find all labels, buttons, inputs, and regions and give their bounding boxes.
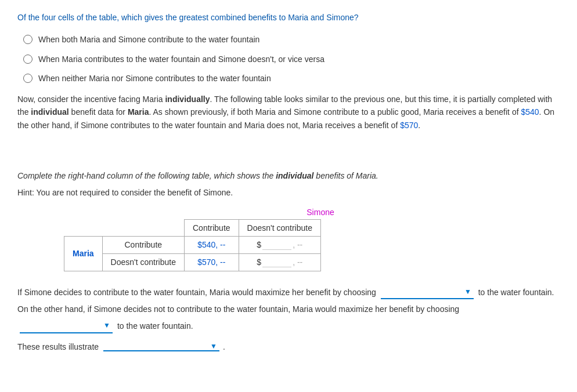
sentence3-period: .: [223, 342, 225, 351]
hint-text: Hint: You are not required to consider t…: [17, 188, 560, 197]
row1-col2-input[interactable]: [262, 240, 291, 250]
table-row-2: Doesn't contribute $570, -- $ , --: [64, 253, 321, 271]
sentence2-dropdown[interactable]: ▼: [20, 320, 113, 333]
row2-col1-value: $570, --: [197, 257, 225, 267]
row1-dollar-sign: $: [257, 240, 261, 249]
simone-label: Simone: [81, 208, 560, 217]
context-paragraph: Now, consider the incentive facing Maria…: [17, 93, 560, 132]
sentence2-line1: On the other hand, if Simone decides not…: [17, 302, 560, 317]
maria-label: Maria: [64, 236, 103, 271]
para-individual: individual: [31, 107, 68, 117]
para-part3: benefit data for: [69, 107, 128, 117]
sentence3-line: These results illustrate ▼ .: [17, 342, 560, 351]
sentence3-part1: These results illustrate: [17, 342, 99, 351]
radio-circle-1[interactable]: [23, 35, 33, 44]
radio-option-3[interactable]: When neither Maria nor Simone contribute…: [17, 73, 560, 85]
radio-label-2: When Maria contributes to the water foun…: [38, 54, 324, 66]
row2-label: Doesn't contribute: [102, 253, 184, 271]
sentence1-dropdown-text: [381, 291, 462, 293]
sentence2-line2: ▼ to the water fountain.: [17, 319, 560, 333]
sentence2-dropdown-text: [20, 325, 101, 327]
para-amount1: $540: [521, 107, 539, 117]
row1-label: Contribute: [102, 236, 184, 253]
sentence3-dropdown-text: [103, 345, 208, 347]
row2-dollar-sign: $: [257, 257, 261, 267]
radio-label-1: When both Maria and Simone contribute to…: [38, 34, 259, 46]
para-amount2: $570: [400, 121, 418, 130]
sentence2-dropdown-arrow[interactable]: ▼: [101, 320, 113, 332]
sentence1-dropdown[interactable]: ▼: [381, 286, 474, 300]
sentence3-dropdown[interactable]: ▼: [103, 342, 219, 351]
sentence1-dropdown-arrow[interactable]: ▼: [462, 286, 474, 299]
radio-circle-2[interactable]: [23, 55, 33, 64]
para-part1: Now, consider the incentive facing Maria: [17, 95, 165, 104]
radio-option-1[interactable]: When both Maria and Simone contribute to…: [17, 34, 560, 46]
empty-header-cell2: [102, 219, 184, 236]
sentence2-continued-part2: to the water fountain.: [117, 319, 193, 333]
row2-col2-input[interactable]: [262, 257, 291, 267]
empty-header-cell: [64, 219, 103, 236]
row2-col2-dashes: , --: [293, 257, 302, 267]
sentence1-line: If Simone decides to contribute to the w…: [17, 285, 560, 300]
para-individually: individually: [165, 95, 210, 104]
italic-instruction: Complete the right-hand column of the fo…: [17, 170, 560, 182]
italic-part2: benefits of Maria.: [313, 171, 378, 180]
sentence1-part2: to the water fountain.: [478, 285, 554, 300]
italic-part1: Complete the right-hand column of the fo…: [17, 171, 276, 180]
col-header-contribute: Contribute: [184, 219, 239, 236]
italic-individual: individual: [276, 171, 313, 180]
para-maria-bold: Maria: [128, 107, 149, 117]
sentence1-part1: If Simone decides to contribute to the w…: [17, 285, 376, 300]
sentence3-dropdown-arrow[interactable]: ▼: [208, 342, 219, 350]
row1-col2[interactable]: $ , --: [239, 236, 320, 253]
game-table: Contribute Doesn't contribute Maria Cont…: [64, 219, 321, 271]
table-row-1: Maria Contribute $540, -- $ , --: [64, 236, 321, 253]
row1-col1-value: $540, --: [197, 240, 225, 249]
game-table-container: Contribute Doesn't contribute Maria Cont…: [64, 219, 560, 271]
para-part4: . As shown previously, if both Maria and…: [149, 107, 521, 117]
row1-col2-dashes: , --: [293, 240, 302, 249]
question-text: Of the four cells of the table, which gi…: [17, 12, 560, 24]
row1-col1: $540, --: [184, 236, 239, 253]
sentence2-part1: On the other hand, if Simone decides not…: [17, 302, 459, 317]
radio-circle-3[interactable]: [23, 74, 33, 83]
col-header-doesnt: Doesn't contribute: [239, 219, 320, 236]
para-part6: .: [418, 121, 420, 130]
radio-option-2[interactable]: When Maria contributes to the water foun…: [17, 54, 560, 66]
radio-label-3: When neither Maria nor Simone contribute…: [38, 73, 271, 85]
row2-col1: $570, --: [184, 253, 239, 271]
row2-col2[interactable]: $ , --: [239, 253, 320, 271]
